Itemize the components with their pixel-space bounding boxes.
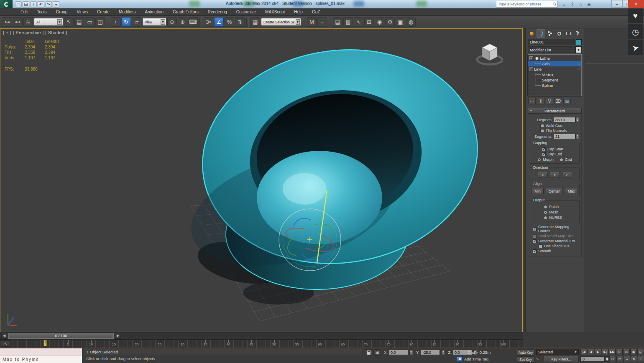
bind-to-space-warp-icon[interactable]: ≋ <box>23 17 33 27</box>
undo-icon[interactable]: ↶ <box>38 1 44 8</box>
select-object-icon[interactable]: ↖ <box>64 17 74 27</box>
viewport-label[interactable]: [ + ] [ Perspective ] [ Shaded ] <box>3 30 67 35</box>
selection-filter-dropdown[interactable]: All▼ <box>34 18 63 26</box>
tab-display[interactable] <box>564 29 573 38</box>
layer-manager-icon[interactable]: ▤ <box>333 17 342 27</box>
generate-mapping-coords--checkbox[interactable]: ✓ <box>533 227 537 231</box>
show-end-result-button[interactable]: ‖ <box>537 98 544 104</box>
remove-modifier-button[interactable]: ⌦ <box>555 98 562 104</box>
zoom-icon[interactable]: ⊕ <box>616 349 623 355</box>
spinner-snap-toggle-icon[interactable]: ⇅ <box>235 17 245 27</box>
zoom-all-icon[interactable]: ⊞ <box>623 349 630 355</box>
next-frame-arrow-icon[interactable]: ▶ <box>115 333 121 339</box>
maximize-viewport-toggle-icon[interactable]: □ <box>638 356 644 362</box>
y-coordinate-field[interactable]: -25.0 <box>421 350 440 355</box>
favorites-icon[interactable]: ☆ <box>577 1 584 8</box>
align-min-button[interactable]: Min <box>532 188 544 194</box>
menu-graph-editors[interactable]: Graph Editors <box>168 8 203 16</box>
add-time-tag[interactable]: Add Time Tag <box>457 356 488 362</box>
render-setup-icon[interactable]: ⚙ <box>385 17 395 27</box>
unlink-selection-icon[interactable]: ⊷ <box>13 17 23 27</box>
communication-center-icon[interactable]: ◉ <box>585 1 593 8</box>
set-key-button[interactable]: Set Key <box>517 356 534 363</box>
sign-in-icon[interactable]: ⌂ <box>560 1 567 8</box>
pan-view-icon[interactable]: ↔ <box>624 356 630 362</box>
previous-frame-arrow-icon[interactable]: ◀ <box>1 333 7 339</box>
orbit-icon[interactable]: ↻ <box>631 356 637 362</box>
use-pivot-point-center-icon[interactable]: ⊙ <box>167 17 177 27</box>
output-mesh-radio[interactable] <box>544 211 547 214</box>
infocenter-search[interactable] <box>496 1 558 8</box>
mirror-icon[interactable]: M <box>307 17 317 27</box>
save-file-icon[interactable]: ◫ <box>30 1 37 8</box>
direction-z-button[interactable]: Z <box>562 172 572 178</box>
play-animation-icon[interactable]: ▶ <box>595 349 601 355</box>
time-slider-handle[interactable]: 0 / 100 <box>8 333 114 339</box>
align-max-button[interactable]: Max <box>565 188 578 194</box>
schematic-view-icon[interactable]: ⊞ <box>364 17 374 27</box>
new-scene-icon[interactable]: ▢ <box>15 1 22 8</box>
key-filters-button[interactable]: Key Filters... <box>544 356 579 362</box>
mini-curve-editor-button[interactable]: ∿ <box>1 340 11 347</box>
menu-modifiers[interactable]: Modifiers <box>114 8 141 16</box>
object-name-field[interactable]: Line001 <box>528 39 575 45</box>
tab-hierarchy[interactable] <box>546 29 555 38</box>
direction-y-button[interactable]: Y <box>550 172 560 178</box>
keyboard-shortcut-override-icon[interactable]: ⌨ <box>188 17 198 27</box>
expand-icon[interactable]: + <box>529 56 533 60</box>
previous-frame-icon[interactable]: ◀ <box>588 349 594 355</box>
menu-maxscript[interactable]: MAXScript <box>261 8 289 16</box>
next-frame-icon[interactable]: ▶| <box>602 349 608 355</box>
morph-radio[interactable] <box>537 158 541 162</box>
menu-goz[interactable]: GoZ <box>307 8 325 16</box>
menu-tools[interactable]: Tools <box>32 8 51 16</box>
menu-group[interactable]: Group <box>51 8 72 16</box>
select-and-rotate-icon[interactable]: ↻ <box>121 17 131 27</box>
minimize-button[interactable]: – <box>611 0 622 8</box>
selection-lock-toggle[interactable] <box>365 349 372 355</box>
search-input[interactable] <box>496 2 552 6</box>
select-and-move-icon[interactable]: + <box>111 17 120 27</box>
output-patch-radio[interactable] <box>544 205 547 209</box>
menu-rendering[interactable]: Rendering <box>203 8 232 16</box>
project-dropdown-icon[interactable]: ▾ <box>53 1 59 8</box>
stack-item-vertex[interactable]: ├── Vertex <box>528 72 581 77</box>
render-production-icon[interactable]: ◍ <box>406 17 416 27</box>
key-mode-toggle-icon[interactable]: ⊙ <box>609 356 616 362</box>
edit-named-selection-sets-icon[interactable]: ▦ <box>250 17 260 27</box>
menu-help[interactable]: Help <box>289 8 307 16</box>
snaps-toggle-icon[interactable]: 3ⁿ <box>204 17 213 27</box>
like-heart-icon[interactable]: ♥ <box>628 8 643 23</box>
viewport-canvas[interactable] <box>0 29 522 332</box>
stack-item-axis[interactable]: └── Axis ⁞⁞ <box>528 61 581 66</box>
go-to-start-icon[interactable]: |◀ <box>580 349 587 355</box>
y-spinner[interactable] <box>441 350 445 355</box>
help-icon[interactable]: ? <box>569 1 576 8</box>
listener-script-row[interactable]: Max to Phyms <box>0 355 82 363</box>
auto-key-button[interactable]: Auto Key <box>517 349 534 355</box>
tab-create[interactable] <box>527 29 536 38</box>
stack-item-spline[interactable]: └── Spline <box>528 83 581 88</box>
cap-start-checkbox[interactable]: ✓ <box>542 147 546 151</box>
stack-item-line[interactable]: □ Line ⁞⁞ <box>528 66 581 72</box>
percent-snap-toggle-icon[interactable]: % <box>225 17 234 27</box>
frame-spinner[interactable] <box>605 356 609 362</box>
configure-modifier-sets-button[interactable]: ▦ <box>563 98 571 104</box>
graphite-modeling-tools-icon[interactable]: ▧ <box>343 17 353 27</box>
menu-animation[interactable]: Animation <box>140 8 168 16</box>
generate-material-ids-checkbox[interactable]: ✓ <box>533 239 537 243</box>
open-file-icon[interactable]: ▤ <box>23 1 29 8</box>
time-slider[interactable]: ◀ 0 / 100 ▶ <box>0 332 523 340</box>
absolute-offset-mode-toggle[interactable]: ⊞ <box>373 349 381 355</box>
listener-macro-row[interactable] <box>0 348 82 355</box>
window-crossing-toggle-icon[interactable]: ◫ <box>95 17 105 27</box>
stack-item-segment[interactable]: ├── Segment <box>528 77 581 83</box>
smooth-checkbox[interactable]: ✓ <box>533 249 537 253</box>
key-selection-dropdown[interactable]: Selected ▼ <box>536 349 579 355</box>
degrees-spinner[interactable] <box>575 117 579 122</box>
tab-modify[interactable] <box>537 29 545 38</box>
output-nurbs-radio[interactable] <box>544 216 547 220</box>
current-frame-field[interactable]: 0 <box>580 356 605 362</box>
x-spinner[interactable] <box>409 350 413 355</box>
direction-x-button[interactable]: X <box>538 172 548 178</box>
